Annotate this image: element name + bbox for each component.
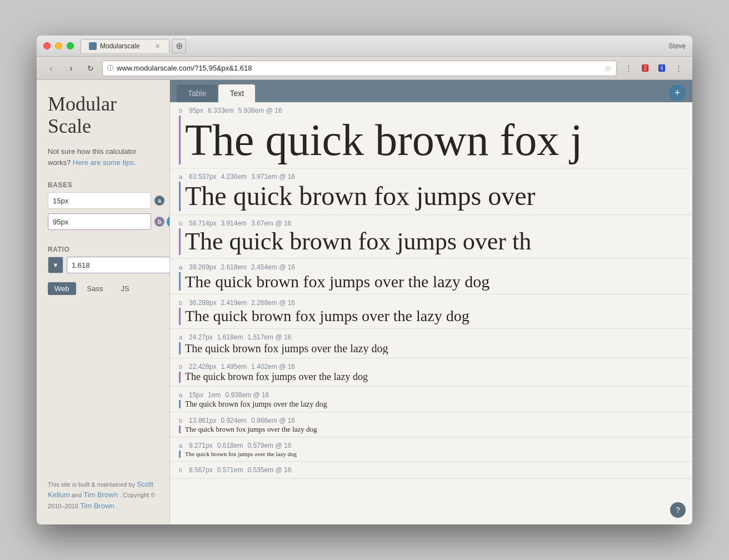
main-content: Modular Scale Not sure how this calculat… [37,80,692,524]
scale-rows: b95px6.333em5.938em @ 16The quick brown … [170,102,692,479]
footer-text: This site is built & maintained by [48,481,137,488]
scale-row-em16: 0.938em @ 16 [225,391,269,399]
base1-badge: a [154,196,164,206]
back-button[interactable]: ‹ [43,61,59,76]
scale-row-text: The quick brown fox j [179,116,683,164]
maximize-button[interactable] [67,42,74,49]
scale-row-marker: b [179,363,184,370]
format-tab-js[interactable]: JS [114,282,136,295]
base2-row: b + ✕ [48,213,158,230]
scale-row: a39.269px2.618em2.454em @ 16The quick br… [170,259,692,294]
scale-row-marker: a [179,442,184,449]
sidebar-description: Not sure how this calculator works? Here… [48,146,158,168]
minimize-button[interactable] [55,42,62,49]
ratio-row: ▼ [48,257,158,273]
tab-area: Modularscale ✕ ⊕ [81,39,186,53]
url-text: www.modularscale.com/?15,95&px&1.618 [117,64,601,72]
scale-row-text: The quick brown fox jumps over the lazy … [179,308,683,325]
scale-row-marker: b [179,467,184,473]
tab-text[interactable]: Text [218,84,255,102]
browser-window: Modularscale ✕ ⊕ Steve ‹ › ↻ ⓘ www.modul… [37,36,692,524]
scale-row-text: The quick brown fox jumps over the lazy … [179,426,683,433]
scale-row-em16: 1.517em @ 16 [247,333,291,341]
scale-row-marker: a [179,264,184,271]
scale-row-meta: a39.269px2.618em2.454em @ 16 [179,263,683,271]
scale-row-em: 2.618em [221,263,247,271]
traffic-lights [43,42,74,49]
scale-row-em: 1.618em [217,333,243,341]
scale-row-marker: a [179,173,184,180]
scale-row-em: 3.914em [221,219,247,227]
scale-row-em16: 0.579em @ 16 [247,442,291,449]
scale-row: b36.288px2.419em2.268em @ 16The quick br… [170,294,692,329]
ext-badge-1: 2 [642,64,648,72]
toolbar: ‹ › ↻ ⓘ www.modularscale.com/?15,95&px&1… [37,57,692,80]
tab-table[interactable]: Table [177,84,217,102]
scale-row-px: 63.537px [189,173,216,181]
scale-row-text: The quick brown fox jumps over the lazy … [179,342,683,354]
scale-row-px: 58.714px [189,219,216,227]
forward-button[interactable]: › [63,61,79,76]
extensions-button[interactable]: ⋮ [621,61,636,76]
add-scale-button[interactable]: + [669,84,686,101]
scale-row: b58.714px3.914em3.67em @ 16The quick bro… [170,215,692,259]
scale-row: b95px6.333em5.938em @ 16The quick brown … [170,102,692,168]
scale-row-meta: b13.861px0.924em0.866em @ 16 [179,417,683,424]
scale-row-em: 0.924em [221,417,247,424]
scale-row-marker: b [179,299,184,306]
scale-row-em: 6.333em [208,107,234,114]
tab-close-icon[interactable]: ✕ [153,42,161,50]
scale-row-em16: 1.402em @ 16 [251,363,295,371]
base2-badge: b [154,217,164,227]
toolbar-icons: ⋮ 2 6 ⋮ [621,61,686,76]
tim-brown-link-1[interactable]: Tim Brown [83,491,118,499]
scale-row-meta: b36.288px2.419em2.268em @ 16 [179,299,683,307]
scale-row-px: 9.271px [189,442,213,449]
app-title: Modular Scale [48,93,158,137]
menu-button[interactable]: ⋮ [671,61,686,76]
sidebar-footer: This site is built & maintained by Scott… [48,468,158,512]
browser-tab[interactable]: Modularscale ✕ [81,39,169,53]
scale-row-meta: a9.271px0.618em0.579em @ 16 [179,442,683,449]
scale-row-em16: 2.268em @ 16 [251,299,295,307]
address-bar[interactable]: ⓘ www.modularscale.com/?15,95&px&1.618 ☆ [102,61,617,76]
reload-button[interactable]: ↻ [83,61,98,76]
bookmark-icon[interactable]: ☆ [605,64,612,73]
format-tab-sass[interactable]: Sass [81,282,110,295]
scale-row-text: The quick brown fox jumps over the lazy … [179,451,683,457]
new-tab-button[interactable]: ⊕ [172,39,186,53]
tim-brown-link-2[interactable]: Tim Brown [80,502,114,510]
scale-row-marker: b [179,107,184,114]
scale-row-px: 24.27px [189,333,213,341]
ext-icon-1[interactable]: 2 [638,61,652,76]
titlebar: Modularscale ✕ ⊕ Steve [37,36,692,57]
scale-row-text: The quick brown fox jumps over the lazy … [179,372,683,383]
base2-input[interactable] [48,213,151,230]
scale-tabs: Table Text + [170,80,692,102]
bases-label: Bases [48,181,158,189]
ratio-input[interactable] [67,257,170,273]
footer-and: and [72,492,83,498]
help-button[interactable]: ? [670,502,686,518]
scale-row-meta: b8.567px0.571em0.535em @ 16 [179,466,683,474]
scale-row: a15px1em0.938em @ 16The quick brown fox … [170,387,692,412]
scale-row-em16: 0.866em @ 16 [251,417,295,424]
scale-row-em: 0.571em [217,466,243,474]
tab-title: Modularscale [100,42,139,50]
base1-input[interactable] [48,192,151,209]
ext-icon-2[interactable]: 6 [655,61,669,76]
scale-row-em: 1.495em [221,363,247,371]
scale-row-em16: 2.454em @ 16 [251,263,295,271]
footer-period: . [116,503,118,509]
ratio-select-button[interactable]: ▼ [48,257,63,273]
scale-row-em16: 5.938em @ 16 [238,107,282,114]
ratio-section: Ratio ▼ [48,246,158,273]
sidebar: Modular Scale Not sure how this calculat… [37,80,170,524]
tips-link[interactable]: Here are some tips. [73,158,136,167]
format-tab-web[interactable]: Web [48,282,76,295]
scale-row-px: 8.567px [189,466,213,474]
user-name: Steve [668,42,686,50]
scale-row-px: 13.861px [189,417,216,424]
close-button[interactable] [43,42,51,49]
scale-row-em: 2.419em [221,299,247,307]
